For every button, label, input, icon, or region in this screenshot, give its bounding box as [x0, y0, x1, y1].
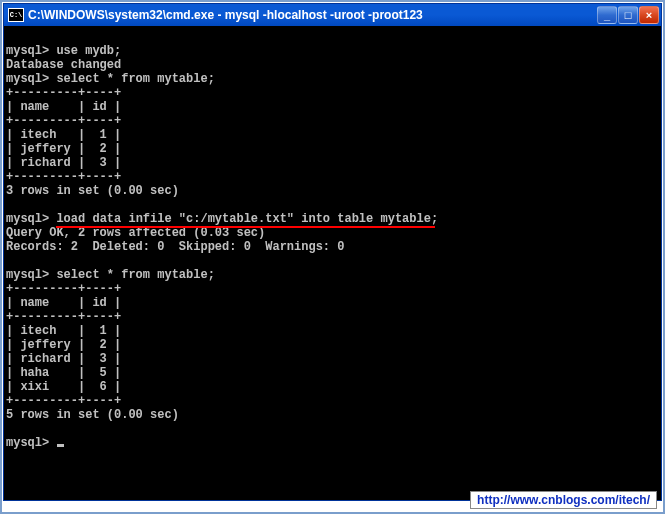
watermark-link[interactable]: http://www.cnblogs.com/itech/ — [470, 491, 657, 509]
screenshot-frame: C:\ C:\WINDOWS\system32\cmd.exe - mysql … — [0, 0, 665, 514]
load-suffix: ; — [431, 212, 438, 226]
console-output[interactable]: mysql> use mydb; Database changed mysql>… — [4, 26, 661, 452]
maximize-button[interactable]: □ — [618, 6, 638, 24]
load-data-command: load data infile "c:/mytable.txt" into t… — [56, 212, 430, 226]
window-title: C:\WINDOWS\system32\cmd.exe - mysql -hlo… — [28, 8, 597, 22]
mysql-prompt: mysql> — [6, 436, 56, 450]
cmd-window: C:\ C:\WINDOWS\system32\cmd.exe - mysql … — [3, 3, 662, 501]
minimize-button[interactable]: _ — [597, 6, 617, 24]
close-button[interactable]: × — [639, 6, 659, 24]
titlebar[interactable]: C:\ C:\WINDOWS\system32\cmd.exe - mysql … — [4, 4, 661, 26]
window-controls: _ □ × — [597, 6, 659, 24]
console-block-2: Query OK, 2 rows affected (0.03 sec) Rec… — [6, 226, 344, 422]
cursor-icon — [57, 444, 64, 447]
load-prompt: mysql> — [6, 212, 56, 226]
cmd-icon: C:\ — [8, 8, 24, 22]
console-block-1: mysql> use mydb; Database changed mysql>… — [6, 44, 215, 198]
